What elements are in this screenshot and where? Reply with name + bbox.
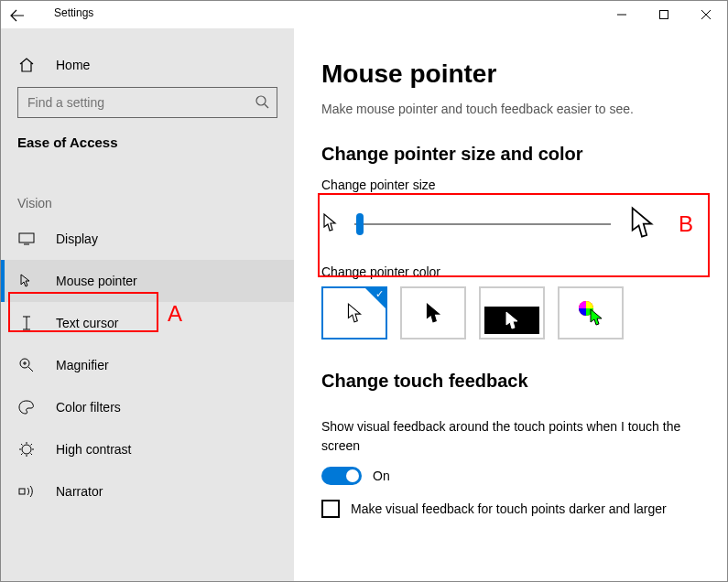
touch-feedback-toggle[interactable]: [321, 467, 362, 485]
pointer-small-icon: [321, 212, 338, 235]
sidebar-item-high-contrast[interactable]: High contrast: [1, 428, 294, 470]
toggle-state-label: On: [373, 469, 390, 483]
minimize-button[interactable]: [601, 1, 643, 28]
svg-line-20: [21, 444, 23, 446]
touch-darker-label: Make visual feedback for touch points da…: [351, 501, 667, 516]
home-nav[interactable]: Home: [1, 48, 294, 81]
palette-icon: [17, 400, 36, 415]
home-label: Home: [56, 58, 90, 72]
touch-darker-checkbox[interactable]: [321, 500, 340, 518]
svg-rect-24: [19, 489, 25, 494]
sidebar-item-magnifier[interactable]: Magnifier: [1, 344, 294, 386]
sidebar-item-label: Display: [56, 232, 98, 246]
pointer-color-white[interactable]: ✓: [321, 286, 387, 340]
sidebar-item-display[interactable]: Display: [1, 218, 294, 260]
sidebar-item-narrator[interactable]: Narrator: [1, 470, 294, 512]
svg-point-4: [256, 96, 266, 105]
magnifier-icon: [17, 357, 36, 373]
maximize-button[interactable]: [643, 1, 685, 28]
home-icon: [17, 58, 36, 72]
sidebar-item-color-filters[interactable]: Color filters: [1, 386, 294, 428]
sidebar-item-label: Mouse pointer: [56, 274, 137, 288]
sidebar: Home Ease of Access Vision Display Mouse…: [1, 28, 294, 581]
pointer-icon: [17, 273, 36, 289]
sidebar-item-label: Color filters: [56, 400, 121, 415]
narrator-icon: [17, 485, 36, 498]
search-icon: [255, 94, 269, 112]
svg-line-5: [265, 104, 268, 108]
group-label: Vision: [1, 196, 294, 218]
svg-rect-6: [19, 233, 34, 242]
main-panel: Mouse pointer Make mouse pointer and tou…: [294, 28, 727, 581]
search-input[interactable]: [26, 94, 255, 111]
page-title: Mouse pointer: [321, 59, 700, 89]
sidebar-item-mouse-pointer[interactable]: Mouse pointer: [1, 260, 294, 302]
window-title: Settings: [54, 6, 93, 19]
touch-desc: Show visual feedback around the touch po…: [321, 417, 700, 456]
section-size-color: Change pointer size and color: [321, 144, 700, 165]
monitor-icon: [17, 232, 36, 245]
pointer-color-label: Change pointer color: [321, 264, 700, 279]
close-button[interactable]: [685, 1, 727, 28]
text-cursor-icon: [17, 315, 36, 331]
section-touch: Change touch feedback: [321, 371, 700, 392]
page-subtitle: Make mouse pointer and touch feedback ea…: [321, 102, 700, 116]
sidebar-item-text-cursor[interactable]: Text cursor: [1, 302, 294, 344]
pointer-color-black[interactable]: [400, 286, 466, 340]
svg-point-15: [22, 445, 31, 454]
titlebar: Settings: [1, 1, 727, 28]
back-button[interactable]: [8, 6, 27, 25]
svg-line-12: [28, 367, 33, 372]
pointer-large-icon: [627, 205, 657, 242]
category-label: Ease of Access: [1, 135, 294, 168]
sidebar-item-label: Narrator: [56, 484, 103, 499]
svg-line-22: [21, 454, 23, 456]
pointer-size-slider[interactable]: [354, 215, 611, 233]
pointer-size-slider-row: [321, 199, 700, 252]
sidebar-item-label: High contrast: [56, 442, 131, 457]
contrast-icon: [17, 442, 36, 457]
pointer-size-label: Change pointer size: [321, 178, 700, 192]
sidebar-item-label: Text cursor: [56, 316, 118, 330]
sidebar-item-label: Magnifier: [56, 358, 109, 372]
svg-line-21: [31, 454, 33, 456]
svg-line-23: [31, 444, 33, 446]
search-box[interactable]: [17, 87, 277, 118]
pointer-color-custom[interactable]: [558, 286, 624, 340]
pointer-color-inverted[interactable]: [479, 286, 545, 340]
svg-rect-1: [660, 11, 668, 19]
